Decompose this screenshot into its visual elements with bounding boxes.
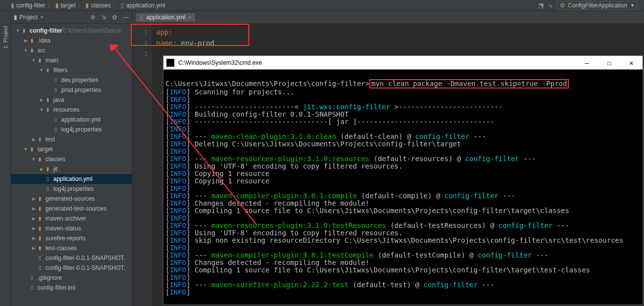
tree-row[interactable]: ▶▮java <box>11 95 132 105</box>
folder-icon: ▮ <box>37 195 43 202</box>
project-tree[interactable]: ▼▮config-filter C:\Users\Jitwxs\Docun▶▮.… <box>11 24 132 306</box>
chevron-right-icon: 〉 <box>113 1 119 9</box>
folder-icon: ▮ <box>37 57 43 64</box>
tree-row[interactable]: ▯log4j.properties <box>11 184 132 194</box>
tree-row[interactable]: ▯application.yml <box>11 174 132 184</box>
tree-row[interactable]: ▶▮maven-status <box>11 223 132 233</box>
cmd-titlebar[interactable]: C:\Windows\System32\cmd.exe — ☐ ✕ <box>163 56 643 70</box>
close-button[interactable]: ✕ <box>620 56 643 70</box>
tree-row[interactable]: ▼▮target <box>11 144 132 154</box>
tree-arrow-icon[interactable]: ▶ <box>31 234 37 243</box>
tree-row[interactable]: ▼▮config-filter C:\Users\Jitwxs\Docun <box>11 26 132 36</box>
tree-label: application.yml <box>53 175 92 183</box>
tree-row[interactable]: ▶▮test-classes <box>11 243 132 253</box>
chevron-down-icon[interactable]: ▼ <box>40 15 44 20</box>
gear-icon[interactable]: ✿ <box>112 14 117 21</box>
tree-label: jit <box>53 165 58 174</box>
tree-arrow-icon[interactable]: ▼ <box>31 155 37 164</box>
tree-arrow-icon[interactable]: ▼ <box>39 66 44 75</box>
run-config-select[interactable]: ✿ ConfigFilterApplication ▼ <box>557 1 638 10</box>
tree-arrow-icon[interactable]: ▶ <box>31 194 37 203</box>
cmd-title: C:\Windows\System32\cmd.exe <box>178 59 576 66</box>
file-icon: ▯ <box>44 175 51 182</box>
folder-icon: ▮ <box>11 2 14 9</box>
tree-arrow-icon[interactable]: ▶ <box>23 36 29 45</box>
build-icon[interactable]: ⬔ <box>538 2 544 9</box>
tree-row[interactable]: ▶▮surefire-reports <box>11 233 132 243</box>
crumb-label: target <box>61 2 76 9</box>
tree-label: dev.properties <box>61 76 98 85</box>
expand-icon[interactable]: ⇲ <box>101 14 106 21</box>
folder-icon: ▮ <box>37 245 43 252</box>
tree-arrow-icon[interactable]: ▼ <box>31 56 37 65</box>
tree-row[interactable]: ▯application.yml <box>11 115 132 125</box>
editor-tabs: ▯ application.yml × <box>132 11 644 24</box>
tree-arrow-icon[interactable]: ▼ <box>39 105 44 114</box>
tree-row[interactable]: ▶▮.idea <box>11 36 132 45</box>
tree-arrow-icon[interactable]: ▶ <box>39 95 44 104</box>
tree-arrow-icon[interactable]: ▼ <box>23 145 29 154</box>
tree-label: resources <box>53 105 80 114</box>
file-icon: ▯ <box>121 2 124 9</box>
minimize-button[interactable]: — <box>576 56 598 70</box>
tree-row[interactable]: ▶▮generated-test-sources <box>11 204 132 214</box>
crumb-item[interactable]: ▯ application.yml <box>121 2 165 9</box>
close-icon[interactable]: × <box>188 14 191 20</box>
tree-row[interactable]: ▼▮main <box>11 55 132 65</box>
editor-tab[interactable]: ▯ application.yml × <box>135 12 196 22</box>
file-icon: ▯ <box>52 116 59 123</box>
folder-icon: ▮ <box>29 37 36 44</box>
tree-row[interactable]: ▯prod.properties <box>11 85 132 95</box>
tree-row[interactable]: ▼▮filters <box>11 65 132 75</box>
folder-icon: ▮ <box>29 47 36 54</box>
cmd-output[interactable]: C:\Users\Jitwxs\Documents\Projects\confi… <box>163 70 643 305</box>
folder-icon: ▮ <box>21 27 28 34</box>
crumb-item[interactable]: ▮ classes <box>85 2 111 9</box>
locate-icon[interactable]: ⊕ <box>90 14 95 21</box>
crumb-label: application.yml <box>126 2 165 9</box>
file-icon: ▯ <box>44 185 51 192</box>
tree-arrow-icon[interactable]: ▼ <box>15 26 21 35</box>
tree-label: main <box>45 56 58 65</box>
tree-arrow-icon[interactable]: ▶ <box>39 165 44 174</box>
tree-row[interactable]: ▼▮resources <box>11 105 132 115</box>
tree-row[interactable]: ▯.gitignore <box>11 273 132 283</box>
tree-label: config-filter-0.0.1-SNAPSHOT. <box>45 263 125 272</box>
project-panel: ▮ Project ▼ ⊕ ⇲ ✿ — ▼▮config-filter C:\U… <box>11 11 132 306</box>
file-icon: ▯ <box>37 255 43 262</box>
tree-arrow-icon[interactable]: ▶ <box>31 224 37 233</box>
file-icon: ▯ <box>52 77 59 84</box>
tree-row[interactable]: ▼▮src <box>11 45 132 55</box>
tree-row[interactable]: ▶▮jit <box>11 164 132 174</box>
tree-row[interactable]: ▯dev.properties <box>11 75 132 85</box>
tree-arrow-icon[interactable]: ▶ <box>31 214 37 223</box>
tree-row[interactable]: ▼▮classes <box>11 154 132 164</box>
file-icon: ▯ <box>29 284 36 291</box>
tree-row[interactable]: ▶▮generated-sources <box>11 194 132 204</box>
crumb-label: config-filter <box>16 2 45 9</box>
folder-icon: ▮ <box>85 2 89 9</box>
project-tool-tab[interactable]: 1: Project <box>2 26 8 48</box>
maximize-button[interactable]: ☐ <box>598 56 620 70</box>
minimize-icon[interactable]: — <box>123 14 129 21</box>
sync-icon[interactable]: ↘ <box>548 2 553 9</box>
tree-arrow-icon[interactable]: ▶ <box>31 204 37 213</box>
tree-row[interactable]: ▯log4j.properties <box>11 125 132 134</box>
tree-row[interactable]: ▯config-filter-0.0.1-SNAPSHOT. <box>11 253 132 263</box>
tree-row[interactable]: ▯config-filter-0.0.1-SNAPSHOT. <box>11 263 132 273</box>
crumb-label: classes <box>91 2 111 9</box>
crumb-item[interactable]: ▮ config-filter <box>11 2 45 9</box>
crumb-item[interactable]: ▮ target <box>55 2 76 9</box>
tree-arrow-icon[interactable]: ▶ <box>31 244 37 253</box>
tree-row[interactable]: ▶▮maven-archiver <box>11 214 132 223</box>
tree-label: config-filter.iml <box>38 283 76 292</box>
tree-row[interactable]: ▶▮test <box>11 134 132 144</box>
tree-arrow-icon[interactable]: ▶ <box>31 135 37 144</box>
tree-label: application.yml <box>61 115 100 124</box>
tree-label: config-filter <box>30 26 62 35</box>
tree-row[interactable]: ▯config-filter.iml <box>11 283 132 293</box>
tree-label: log4j.properties <box>53 184 94 193</box>
tree-hint: C:\Users\Jitwxs\Docun <box>62 26 122 35</box>
tree-arrow-icon[interactable]: ▼ <box>23 46 29 55</box>
tree-label: classes <box>45 155 65 164</box>
